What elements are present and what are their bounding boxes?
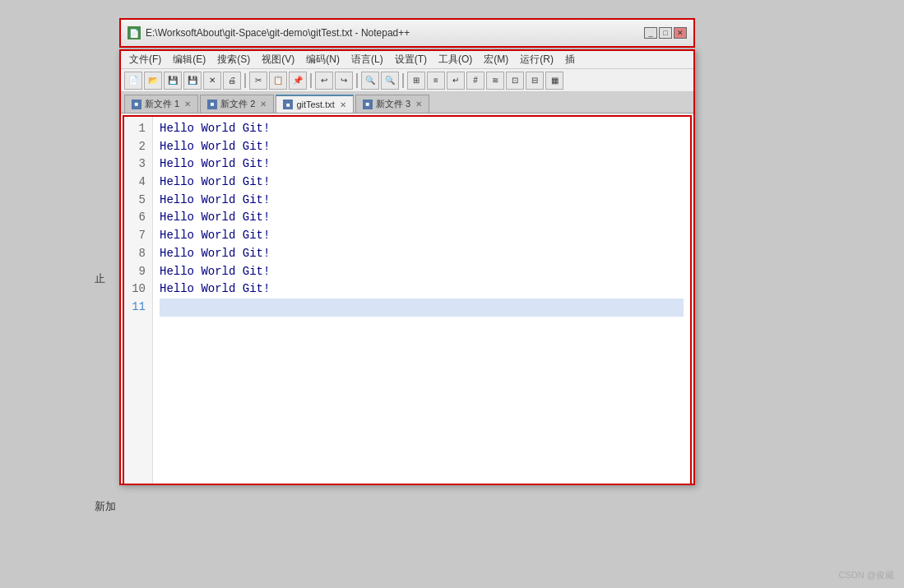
toolbar-find[interactable]: 🔍 [361,72,379,90]
menu-plugin[interactable]: 插 [560,51,580,68]
tab-icon-newfile1: ■ [132,100,141,109]
toolbar-extra1[interactable]: ≋ [486,72,504,90]
editor-area[interactable]: 1 2 3 4 5 6 7 8 9 10 11 Hello World Git!… [123,115,692,485]
toolbar-sep3 [356,73,358,88]
menu-bar: 文件(F) 编辑(E) 搜索(S) 视图(V) 编码(N) 语言(L) 设置(T… [121,51,693,69]
line-num-10: 10 [127,280,149,299]
toolbar-save[interactable]: 💾 [164,72,182,90]
toolbar-open[interactable]: 📂 [144,72,162,90]
code-line-11 [160,299,684,317]
toolbar-wordwrap[interactable]: ↵ [447,72,465,90]
toolbar-copy[interactable]: 📋 [269,72,287,90]
menu-file[interactable]: 文件(F) [124,51,166,68]
line-num-6: 6 [127,209,149,227]
toolbar-extra3[interactable]: ⊟ [526,72,544,90]
menu-run[interactable]: 运行(R) [515,51,559,68]
code-line-8: Hello World Git! [160,245,684,263]
toolbar-sep1 [244,73,246,88]
toolbar-print[interactable]: 🖨 [223,72,241,90]
tab-icon-newfile2: ■ [207,100,217,109]
line-num-8: 8 [127,245,149,263]
notepad-window: 📄 E:\WorksoftAbout\git-Space\git-demo\gi… [119,49,695,485]
line-num-2: 2 [127,138,149,156]
toolbar-extra2[interactable]: ⊡ [506,72,524,90]
line-numbers: 1 2 3 4 5 6 7 8 9 10 11 [124,117,153,484]
toolbar-new[interactable]: 📄 [124,72,142,90]
toolbar-redo[interactable]: ↪ [335,72,353,90]
menu-settings[interactable]: 设置(T) [390,51,432,68]
line-num-7: 7 [127,227,149,245]
close-button[interactable]: ✕ [674,27,687,39]
left-sidebar-text: 止 [95,271,105,286]
tab-gittest[interactable]: ■ gitTest.txt ✕ [276,95,353,113]
menu-macro[interactable]: 宏(M) [479,51,513,68]
tab-close-gittest[interactable]: ✕ [340,100,346,109]
toolbar-close[interactable]: ✕ [203,72,221,90]
toolbar-saveall[interactable]: 💾 [183,72,202,90]
menu-language[interactable]: 语言(L) [346,51,388,68]
title-bar: 📄 E:\WorksoftAbout\git-Space\git-demo\gi… [119,18,695,48]
toolbar-undo[interactable]: ↩ [315,72,333,90]
tab-newfile2[interactable]: ■ 新文件 2 ✕ [200,95,274,113]
tab-label-newfile1: 新文件 1 [145,98,179,110]
code-line-10: Hello World Git! [160,280,684,299]
line-num-1: 1 [127,120,149,138]
toolbar-extra4[interactable]: ▦ [545,72,563,90]
toolbar-paste[interactable]: 📌 [289,72,307,90]
line-num-3: 3 [127,155,149,174]
window-controls: _ □ ✕ [644,27,687,39]
tab-close-newfile2[interactable]: ✕ [260,100,267,109]
code-line-6: Hello World Git! [160,209,684,227]
menu-search[interactable]: 搜索(S) [212,51,255,68]
tab-newfile1[interactable]: ■ 新文件 1 ✕ [124,95,198,113]
tab-bar: ■ 新文件 1 ✕ ■ 新文件 2 ✕ ■ gitTest.txt ✕ ■ 新文… [121,92,693,113]
line-num-11: 11 [127,299,149,317]
tab-close-newfile3[interactable]: ✕ [415,100,422,109]
toolbar-zoom-in[interactable]: ⊞ [407,72,425,90]
window-title: E:\WorksoftAbout\git-Space\git-demo\gitT… [146,27,410,39]
line-num-9: 9 [127,263,149,281]
menu-view[interactable]: 视图(V) [257,51,299,68]
menu-encoding[interactable]: 编码(N) [301,51,345,68]
tab-label-gittest: gitTest.txt [296,100,334,109]
toolbar-findinfiles[interactable]: 🔍 [381,72,399,90]
code-line-1: Hello World Git! [160,120,684,138]
code-line-3: Hello World Git! [160,155,684,174]
code-content[interactable]: Hello World Git! Hello World Git! Hello … [153,117,690,484]
maximize-button[interactable]: □ [659,27,672,39]
watermark: CSDN @俊藏 [839,569,894,581]
bottom-sidebar-text: 新加 [95,499,116,514]
toolbar-linenums[interactable]: # [466,72,484,90]
tab-icon-newfile3: ■ [363,100,373,109]
tab-close-newfile1[interactable]: ✕ [184,100,191,109]
tab-newfile3[interactable]: ■ 新文件 3 ✕ [355,95,429,113]
menu-tools[interactable]: 工具(O) [433,51,477,68]
toolbar-sep4 [402,73,404,88]
toolbar-indent[interactable]: ≡ [427,72,445,90]
menu-edit[interactable]: 编辑(E) [168,51,211,68]
code-line-2: Hello World Git! [160,138,684,156]
tab-label-newfile3: 新文件 3 [376,98,410,110]
code-line-4: Hello World Git! [160,174,684,192]
toolbar: 📄 📂 💾 💾 ✕ 🖨 ✂ 📋 📌 ↩ ↪ 🔍 🔍 ⊞ ≡ ↵ # ≋ ⊡ ⊟ … [121,69,693,92]
minimize-button[interactable]: _ [644,27,657,39]
line-num-5: 5 [127,192,149,210]
line-num-4: 4 [127,174,149,192]
toolbar-sep2 [310,73,312,88]
tab-icon-gittest: ■ [283,100,293,109]
code-line-9: Hello World Git! [160,263,684,281]
app-icon: 📄 [127,26,141,39]
tab-label-newfile2: 新文件 2 [220,98,255,110]
toolbar-cut[interactable]: ✂ [249,72,267,90]
code-line-5: Hello World Git! [160,192,684,210]
code-line-7: Hello World Git! [160,227,684,245]
